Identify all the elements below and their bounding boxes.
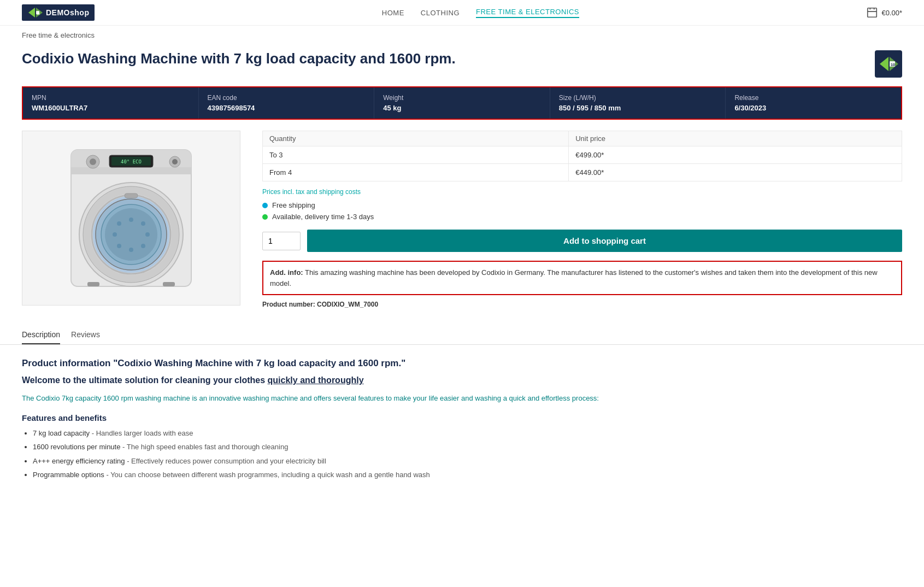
svg-marker-5 xyxy=(880,57,888,71)
svg-point-31 xyxy=(117,244,121,248)
product-section: 40° ECO xyxy=(0,120,924,319)
washing-machine-image: 40° ECO xyxy=(60,139,202,297)
spec-weight: Weight 45 kg xyxy=(374,87,550,119)
add-to-cart-button[interactable]: Add to shopping cart xyxy=(307,230,902,252)
feature-name-2: A+++ energy efficiency rating xyxy=(33,457,125,465)
desc-h1: Product information "Codixio Washing Mac… xyxy=(22,358,902,369)
spec-size-label: Size (L/W/H) xyxy=(559,94,717,102)
spec-release-value: 6/30/2023 xyxy=(734,104,892,112)
svg-rect-35 xyxy=(163,282,175,286)
cart-block[interactable]: €0.00* xyxy=(866,7,902,19)
svg-point-29 xyxy=(141,244,145,248)
spec-size-value: 850 / 595 / 850 mm xyxy=(559,104,717,112)
availability-dot xyxy=(262,214,268,220)
list-item: A+++ energy efficiency rating - Effectiv… xyxy=(33,456,902,467)
svg-rect-4 xyxy=(868,8,877,17)
tab-description[interactable]: Description xyxy=(22,330,60,344)
spec-mpn-label: MPN xyxy=(32,94,190,102)
product-details: Quantity Unit price To 3 €499.00* From 4… xyxy=(262,131,902,308)
main-nav: HOME CLOTHING FREE TIME & ELECTRONICS xyxy=(382,8,579,18)
pricing-row-2: From 4 €449.00* xyxy=(263,164,902,181)
svg-point-18 xyxy=(172,159,178,165)
svg-rect-34 xyxy=(87,282,99,286)
svg-text:10: 10 xyxy=(37,12,40,15)
spec-weight-value: 45 kg xyxy=(383,104,541,112)
list-item: Programmable options - You can choose be… xyxy=(33,469,902,480)
pricing-table: Quantity Unit price To 3 €499.00* From 4… xyxy=(262,131,902,181)
spec-weight-label: Weight xyxy=(383,94,541,102)
spec-size: Size (L/W/H) 850 / 595 / 850 mm xyxy=(550,87,726,119)
svg-text:40° ECO: 40° ECO xyxy=(121,159,142,165)
nav-free-time[interactable]: FREE TIME & ELECTRONICS xyxy=(476,8,579,18)
nav-home[interactable]: HOME xyxy=(382,9,404,17)
feature-name-0: 7 kg load capacity xyxy=(33,429,90,437)
feature-desc-0: - Handles larger loads with ease xyxy=(92,429,193,437)
shipping-info: Free shipping Available, delivery time 1… xyxy=(262,201,902,221)
feature-name-1: 1600 revolutions per minute xyxy=(33,443,120,451)
list-item: 7 kg load capacity - Handles larger load… xyxy=(33,428,902,439)
product-number-label: Product number: xyxy=(262,301,315,308)
pricing-qty-1: To 3 xyxy=(263,146,569,164)
quantity-input[interactable] xyxy=(262,232,301,250)
pricing-qty-header: Quantity xyxy=(263,131,569,146)
pricing-qty-2: From 4 xyxy=(263,164,569,181)
pricing-price-2: €449.00* xyxy=(569,164,902,181)
cart-amount: €0.00* xyxy=(881,9,902,17)
feature-name-3: Programmable options xyxy=(33,471,104,479)
add-info-text: This amazing washing machine has been de… xyxy=(270,268,878,287)
logo-text: DEMOshop xyxy=(46,8,89,17)
features-title: Features and benefits xyxy=(22,413,902,422)
svg-point-26 xyxy=(129,218,133,222)
shipping-available: Available, delivery time 1-3 days xyxy=(262,213,902,221)
logo[interactable]: 10 DEMOshop xyxy=(22,4,95,21)
svg-rect-36 xyxy=(125,193,138,198)
specs-bar: MPN WM1600ULTRA7 EAN code 439875698574 W… xyxy=(22,86,902,120)
nav-clothing[interactable]: CLOTHING xyxy=(421,9,460,17)
svg-point-30 xyxy=(129,248,133,252)
feature-desc-1: - The high speed enables fast and thorou… xyxy=(122,443,288,451)
add-cart-row: Add to shopping cart xyxy=(262,230,902,252)
desc-intro: The Codixio 7kg capacity 1600 rpm washin… xyxy=(22,393,902,404)
tab-reviews[interactable]: Reviews xyxy=(71,330,100,344)
pricing-row-1: To 3 €499.00* xyxy=(263,146,902,164)
desc-intro-text: The Codixio 7kg capacity 1600 rpm washin… xyxy=(22,394,599,402)
add-info-label: Add. info: xyxy=(270,268,303,277)
spec-ean-label: EAN code xyxy=(208,94,366,102)
header: 10 DEMOshop HOME CLOTHING FREE TIME & EL… xyxy=(0,0,924,26)
logo-icon: 10 xyxy=(27,7,43,19)
svg-point-28 xyxy=(145,232,150,237)
features-list: 7 kg load capacity - Handles larger load… xyxy=(22,428,902,480)
tabs-area: Description Reviews xyxy=(0,319,924,345)
pricing-price-1: €499.00* xyxy=(569,146,902,164)
svg-text:10: 10 xyxy=(891,63,895,67)
svg-marker-0 xyxy=(28,8,35,17)
list-item: 1600 revolutions per minute - The high s… xyxy=(33,442,902,453)
spec-release-label: Release xyxy=(734,94,892,102)
svg-point-27 xyxy=(141,221,145,226)
spec-ean: EAN code 439875698574 xyxy=(199,87,375,119)
product-title: Codixio Washing Machine with 7 kg load c… xyxy=(22,50,456,67)
cart-icon xyxy=(866,7,878,19)
feature-desc-2: - Effectively reduces power consumption … xyxy=(127,457,326,465)
breadcrumb: Free time & electronics xyxy=(0,26,924,45)
desc-h2-underline: quickly and thoroughly xyxy=(268,375,364,385)
add-info-box: Add. info: This amazing washing machine … xyxy=(262,261,902,295)
svg-point-13 xyxy=(90,159,96,165)
spec-release: Release 6/30/2023 xyxy=(726,87,901,119)
spec-mpn-value: WM1600ULTRA7 xyxy=(32,104,190,112)
shipping-free: Free shipping xyxy=(262,201,902,209)
free-shipping-text: Free shipping xyxy=(272,201,315,209)
product-image-area: 40° ECO xyxy=(22,131,240,308)
availability-text: Available, delivery time 1-3 days xyxy=(272,213,374,221)
brand-logo: 10 xyxy=(875,50,902,78)
svg-point-32 xyxy=(113,232,117,237)
feature-desc-3: - You can choose between different wash … xyxy=(106,471,429,479)
svg-point-25 xyxy=(117,221,121,226)
pricing-price-header: Unit price xyxy=(569,131,902,146)
spec-ean-value: 439875698574 xyxy=(208,104,366,112)
free-shipping-dot xyxy=(262,203,268,208)
spec-mpn: MPN WM1600ULTRA7 xyxy=(23,87,199,119)
product-image-box: 40° ECO xyxy=(22,131,240,306)
product-header: Codixio Washing Machine with 7 kg load c… xyxy=(0,45,924,86)
product-number: Product number: CODIXIO_WM_7000 xyxy=(262,301,902,308)
